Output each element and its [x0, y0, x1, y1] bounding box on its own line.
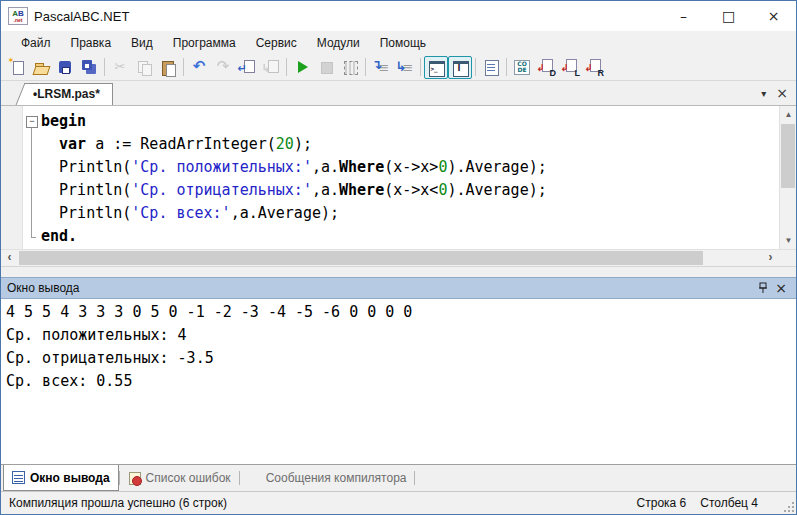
toolbar-separator — [506, 58, 507, 76]
output-line: Ср. отрицательных: -3.5 — [6, 347, 796, 370]
bottom-tab-label: Окно вывода — [30, 471, 110, 485]
editor-tab-label: •LRSM.pas* — [33, 87, 100, 101]
editor-vertical-scrollbar[interactable]: ▲ ▼ — [779, 106, 796, 249]
paste-button[interactable] — [156, 56, 180, 79]
cut-icon — [112, 59, 129, 76]
toolbar-separator — [365, 58, 366, 76]
bottom-tab-output[interactable]: Окно вывода — [3, 465, 119, 491]
menu-file[interactable]: Файл — [11, 33, 61, 53]
output-line: Ср. положительных: 4 — [6, 324, 796, 347]
editor-tab-strip: •LRSM.pas* ▾ × — [1, 81, 796, 106]
editor-horizontal-scrollbar[interactable]: ‹ › — [1, 249, 796, 266]
close-button[interactable]: × — [751, 1, 796, 31]
tab-list-dropdown-icon[interactable]: ▾ — [761, 88, 766, 99]
copy-icon — [136, 59, 153, 76]
menu-view[interactable]: Вид — [121, 33, 163, 53]
scroll-right-icon[interactable]: › — [762, 250, 779, 267]
output-close-icon[interactable]: × — [772, 279, 790, 297]
structure-window-button[interactable] — [479, 56, 503, 79]
resize-grip[interactable] — [782, 500, 794, 512]
status-line-indicator: Строка 6 — [637, 496, 687, 510]
status-message: Компиляция прошла успешно (6 строк) — [9, 496, 637, 510]
fold-line — [23, 225, 41, 248]
scroll-left-icon[interactable]: ‹ — [1, 250, 18, 267]
toolbar-separator — [475, 58, 476, 76]
pin-icon[interactable] — [754, 279, 772, 297]
menu-modules[interactable]: Модули — [307, 33, 370, 53]
code-text: end. — [41, 225, 77, 248]
nav-back-button[interactable] — [235, 56, 259, 79]
console-window-toggle-button[interactable] — [424, 56, 448, 79]
horizontal-scroll-thumb[interactable] — [19, 251, 703, 265]
menu-program[interactable]: Программа — [163, 33, 246, 53]
code-line: Println('Ср. положительных:',a.Where(x->… — [23, 156, 779, 179]
panel-splitter[interactable] — [1, 266, 796, 277]
save-file-button[interactable] — [53, 56, 77, 79]
compile-button[interactable] — [338, 56, 362, 79]
vertical-scroll-thumb[interactable] — [781, 124, 795, 188]
scroll-up-icon[interactable]: ▲ — [780, 106, 796, 123]
toolbar-separator — [420, 58, 421, 76]
code-text: Println('Ср. отрицательных:',a.Where(x->… — [41, 179, 547, 202]
goto-definition-button[interactable]: D — [534, 56, 558, 79]
goto-realization-button[interactable]: R — [582, 56, 606, 79]
editor-tab-lrsm[interactable]: •LRSM.pas* — [27, 83, 113, 105]
status-column-indicator: Столбец 4 — [700, 496, 758, 510]
maximize-button[interactable]: □ — [706, 1, 751, 31]
menu-service[interactable]: Сервис — [246, 33, 307, 53]
fold-line — [23, 179, 41, 202]
code-editor-panel: begin var a := ReadArrInteger(20); Print… — [1, 106, 796, 266]
code-text: begin — [41, 110, 86, 133]
new-icon — [9, 59, 26, 76]
bottom-tab-strip: Окно выводаСписок ошибокСообщения компил… — [1, 464, 796, 491]
menu-help[interactable]: Помощь — [370, 33, 436, 53]
code-line: Println('Ср. отрицательных:',a.Where(x->… — [23, 179, 779, 202]
save-all-button[interactable] — [77, 56, 101, 79]
step-over-button[interactable] — [369, 56, 393, 79]
open-file-button[interactable] — [29, 56, 53, 79]
copy-button[interactable] — [132, 56, 156, 79]
undo-button[interactable] — [187, 56, 211, 79]
save-icon — [57, 59, 74, 76]
minimize-button[interactable]: – — [661, 1, 706, 31]
nav-forward-button[interactable] — [259, 56, 283, 79]
step-into-button[interactable] — [393, 56, 417, 79]
step-into-icon — [397, 59, 414, 76]
goto-definition-label: D — [550, 68, 557, 78]
code-templates-button[interactable]: CODE — [510, 56, 534, 79]
compiler-messages-tab-icon — [248, 472, 261, 485]
stop-button[interactable] — [314, 56, 338, 79]
io-window-toggle-button[interactable] — [448, 56, 472, 79]
redo-icon — [215, 59, 232, 76]
goto-declaration-button[interactable]: L — [558, 56, 582, 79]
scroll-down-icon[interactable]: ▼ — [780, 232, 796, 249]
toolbar-separator — [183, 58, 184, 76]
output-panel-title: Окно вывода — [7, 281, 80, 295]
nav-forward-icon — [263, 59, 280, 76]
code-editor[interactable]: begin var a := ReadArrInteger(20); Print… — [23, 106, 779, 249]
code-text: var a := ReadArrInteger(20); — [41, 133, 312, 156]
new-file-button[interactable] — [5, 56, 29, 79]
cut-button[interactable] — [108, 56, 132, 79]
bottom-tab-compiler-messages[interactable]: Сообщения компилятора — [240, 465, 415, 491]
menu-edit[interactable]: Правка — [61, 33, 122, 53]
undo-icon — [191, 59, 208, 76]
app-logo-icon: AB .net — [8, 7, 28, 25]
toolbar-separator — [286, 58, 287, 76]
code-text: Println('Ср. положительных:',a.Where(x->… — [41, 156, 547, 179]
output-line: 4 5 5 4 3 3 3 0 5 0 -1 -2 -3 -4 -5 -6 0 … — [6, 301, 796, 324]
code-line: begin — [23, 110, 779, 133]
fold-toggle-icon[interactable] — [23, 110, 41, 133]
output-console[interactable]: 4 5 5 4 3 3 3 0 5 0 -1 -2 -3 -4 -5 -6 0 … — [1, 299, 796, 464]
run-button[interactable] — [290, 56, 314, 79]
output-tab-icon — [12, 471, 25, 484]
toolbar: CODEDLR — [1, 54, 796, 81]
tab-close-icon[interactable]: × — [776, 85, 788, 101]
paste-icon — [160, 59, 177, 76]
output-panel-header: Окно вывода × — [1, 277, 796, 299]
menu-bar: ФайлПравкаВидПрограммаСервисМодулиПомощь — [1, 31, 796, 54]
bottom-tab-errors[interactable]: Список ошибок — [120, 465, 239, 491]
bottom-tab-label: Список ошибок — [146, 471, 231, 485]
redo-button[interactable] — [211, 56, 235, 79]
toolbar-separator — [104, 58, 105, 76]
